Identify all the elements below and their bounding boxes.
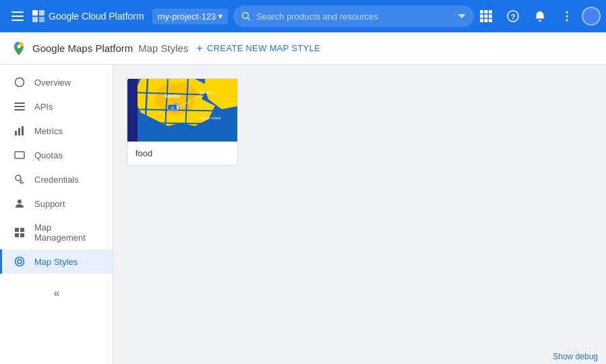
more-icon-button[interactable] (555, 4, 579, 28)
svg-rect-53 (127, 79, 138, 142)
svg-point-7 (243, 13, 249, 19)
svg-rect-10 (480, 10, 483, 13)
map-style-label: food (127, 142, 237, 165)
sidebar-item-apis[interactable]: APIs (0, 94, 113, 119)
svg-rect-5 (32, 17, 38, 22)
svg-rect-3 (32, 10, 38, 16)
svg-point-26 (16, 78, 24, 87)
main-layout: Overview APIs Metrics (0, 65, 606, 364)
svg-rect-27 (14, 102, 25, 104)
svg-point-23 (566, 16, 568, 18)
avatar[interactable] (582, 7, 601, 26)
svg-rect-28 (14, 106, 25, 107)
maps-logo-icon (11, 40, 27, 57)
help-icon-button[interactable]: ? (501, 4, 525, 28)
svg-point-41 (16, 257, 24, 266)
svg-point-22 (566, 11, 568, 13)
svg-rect-1 (11, 16, 24, 17)
svg-rect-37 (15, 228, 19, 232)
collapse-sidebar-button[interactable]: « (0, 282, 113, 305)
product-logo: Google Maps Platform (11, 40, 133, 57)
svg-rect-0 (11, 11, 24, 13)
sidebar-item-support[interactable]: Support (0, 191, 113, 216)
svg-text:Mercer Island: Mercer Island (200, 116, 221, 120)
create-new-map-style-button[interactable]: + CREATE NEW MAP STYLE (188, 38, 328, 59)
topbar-title: Google Cloud Platform (32, 10, 144, 22)
main-content: Seattle Bellevu 90 Mercer Island food (113, 65, 606, 364)
svg-rect-38 (20, 228, 24, 232)
svg-rect-17 (485, 19, 488, 22)
search-input[interactable] (256, 11, 458, 22)
map-style-card-food[interactable]: Seattle Bellevu 90 Mercer Island food (127, 78, 238, 166)
svg-point-25 (18, 44, 21, 48)
notifications-icon-button[interactable] (528, 4, 552, 28)
sidebar-item-quotas[interactable]: Quotas (0, 143, 113, 167)
page-title: Map Styles (138, 42, 188, 54)
svg-rect-39 (15, 233, 19, 237)
topbar: Google Cloud Platform my-project-123 ▾ (0, 0, 606, 32)
create-icon: + (196, 42, 203, 55)
sidebar-item-overview[interactable]: Overview (0, 70, 113, 94)
svg-rect-16 (480, 19, 483, 22)
bottombar[interactable]: Show debug (545, 349, 606, 364)
svg-rect-18 (489, 19, 492, 22)
quotas-icon (13, 150, 26, 160)
svg-point-34 (16, 175, 21, 181)
collapse-icon: « (54, 287, 60, 299)
svg-point-24 (566, 20, 568, 22)
map-preview-svg: Seattle Bellevu 90 Mercer Island (127, 79, 238, 142)
sidebar: Overview APIs Metrics (0, 65, 113, 364)
svg-point-42 (18, 260, 22, 264)
subheader: Google Maps Platform Map Styles + CREATE… (0, 32, 606, 65)
svg-rect-6 (39, 17, 44, 22)
svg-rect-14 (485, 15, 488, 18)
map-preview: Seattle Bellevu 90 Mercer Island (127, 79, 238, 142)
credentials-icon (13, 174, 26, 185)
svg-rect-29 (14, 109, 25, 111)
svg-rect-30 (15, 131, 17, 135)
metrics-icon (13, 125, 26, 136)
svg-rect-13 (480, 15, 483, 18)
project-selector[interactable]: my-project-123 ▾ (152, 9, 229, 24)
topbar-actions: ? (474, 4, 601, 28)
svg-point-21 (539, 20, 541, 22)
svg-text:90: 90 (171, 106, 175, 110)
sidebar-item-map-management[interactable]: Map Management (0, 216, 113, 249)
svg-rect-33 (15, 152, 24, 158)
svg-rect-2 (11, 20, 24, 21)
search-icon (241, 11, 251, 21)
svg-rect-32 (22, 126, 24, 135)
sidebar-item-credentials[interactable]: Credentials (0, 167, 113, 191)
map-management-icon (13, 227, 26, 238)
svg-rect-4 (39, 10, 44, 16)
sidebar-item-metrics[interactable]: Metrics (0, 119, 113, 143)
sidebar-item-map-styles[interactable]: Map Styles (0, 249, 113, 274)
map-styles-icon (13, 256, 26, 267)
search-bar[interactable] (233, 5, 474, 27)
apis-icon (13, 101, 26, 112)
svg-line-8 (248, 18, 251, 21)
svg-rect-12 (489, 10, 492, 13)
chevron-down-icon: ▾ (218, 11, 222, 21)
support-icon (13, 198, 26, 209)
search-dropdown-icon[interactable] (458, 12, 466, 20)
svg-rect-11 (485, 10, 488, 13)
svg-text:Bellevu: Bellevu (200, 90, 214, 94)
svg-rect-40 (20, 233, 24, 237)
menu-icon[interactable] (5, 4, 30, 28)
svg-rect-15 (489, 15, 492, 18)
grid-icon-button[interactable] (474, 4, 498, 28)
overview-icon (13, 77, 26, 88)
svg-rect-31 (18, 128, 20, 135)
svg-marker-9 (458, 14, 466, 18)
svg-text:Seattle: Seattle (164, 94, 180, 98)
svg-text:?: ? (511, 13, 516, 21)
svg-point-36 (18, 200, 22, 204)
